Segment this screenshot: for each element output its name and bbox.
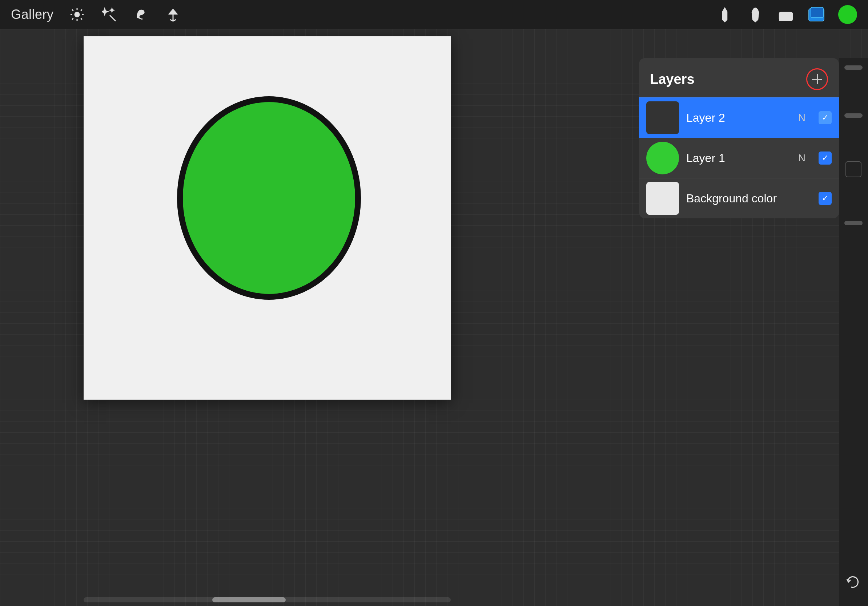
oval-shape bbox=[173, 96, 365, 300]
smudge-icon[interactable] bbox=[132, 6, 150, 23]
svg-point-9 bbox=[180, 99, 358, 297]
layer1-visibility[interactable]: ✓ bbox=[818, 152, 832, 165]
gallery-button[interactable]: Gallery bbox=[11, 7, 54, 22]
eraser-icon[interactable] bbox=[777, 6, 795, 23]
toolbar-right bbox=[716, 5, 857, 24]
add-layer-button[interactable] bbox=[806, 68, 828, 90]
scrollbar-thumb[interactable] bbox=[212, 597, 286, 602]
background-name: Background color bbox=[686, 192, 811, 205]
layer2-thumbnail bbox=[646, 101, 679, 134]
layer1-check-icon: ✓ bbox=[822, 154, 828, 162]
layer1-blend: N bbox=[798, 152, 806, 164]
layer2-name: Layer 2 bbox=[686, 111, 791, 125]
layer1-name: Layer 1 bbox=[686, 152, 791, 165]
layer-item-layer2[interactable]: Layer 2 N ✓ bbox=[639, 97, 839, 138]
background-visibility[interactable]: ✓ bbox=[818, 192, 832, 205]
background-thumbnail bbox=[646, 182, 679, 215]
canvas-area: Layers Layer 2 N ✓ Layer 1 N ✓ Backgroun… bbox=[0, 29, 868, 606]
background-check-icon: ✓ bbox=[822, 194, 828, 203]
svg-line-1 bbox=[110, 15, 116, 21]
layer-item-background[interactable]: Background color ✓ bbox=[639, 178, 839, 218]
canvas-scrollbar[interactable] bbox=[84, 597, 451, 602]
svg-point-0 bbox=[75, 12, 79, 17]
opacity-slider[interactable] bbox=[845, 113, 863, 118]
brush-size-slider[interactable] bbox=[845, 65, 863, 70]
magic-wand-icon[interactable] bbox=[100, 6, 118, 23]
color-swatch[interactable] bbox=[838, 5, 857, 24]
ink-icon[interactable] bbox=[747, 6, 764, 23]
layers-header: Layers bbox=[639, 58, 839, 97]
layer2-check-icon: ✓ bbox=[822, 114, 828, 122]
settings-icon[interactable] bbox=[68, 6, 86, 23]
pen-icon[interactable] bbox=[716, 6, 733, 23]
layer-item-layer1[interactable]: Layer 1 N ✓ bbox=[639, 138, 839, 178]
layer2-blend: N bbox=[798, 112, 806, 124]
svg-rect-8 bbox=[811, 7, 823, 17]
drawing-canvas bbox=[84, 36, 451, 400]
panel-slider-3[interactable] bbox=[845, 221, 863, 225]
panel-undo bbox=[845, 574, 862, 599]
undo-icon[interactable] bbox=[845, 574, 862, 590]
layers-title: Layers bbox=[650, 71, 694, 87]
right-panel bbox=[839, 58, 868, 606]
layer1-thumbnail bbox=[646, 142, 679, 175]
toolbar-left: Gallery bbox=[11, 6, 182, 23]
panel-square-button[interactable] bbox=[845, 161, 862, 177]
layer2-visibility[interactable]: ✓ bbox=[818, 111, 832, 124]
layers-panel: Layers Layer 2 N ✓ Layer 1 N ✓ Backgroun… bbox=[639, 58, 839, 218]
layers-icon[interactable] bbox=[808, 6, 825, 23]
top-toolbar: Gallery bbox=[0, 0, 868, 29]
transform-icon[interactable] bbox=[164, 6, 182, 23]
